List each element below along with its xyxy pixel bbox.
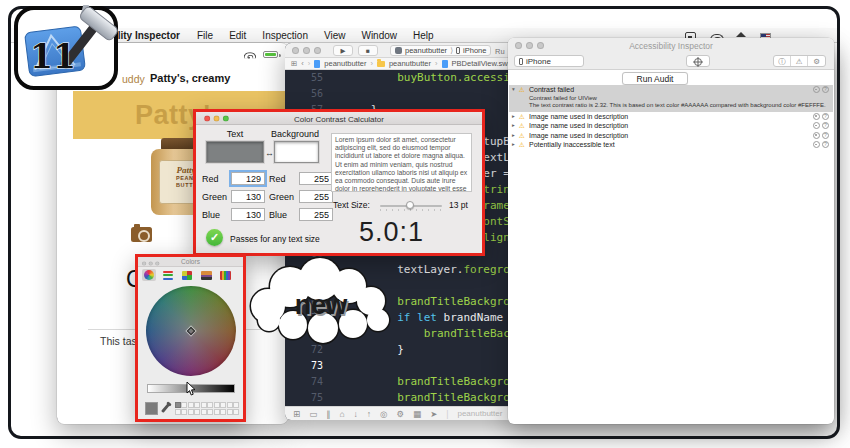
audit-row[interactable]: ▸⚠Image name used in description? xyxy=(509,131,833,141)
swatch-cell[interactable] xyxy=(214,409,220,415)
spectrum-mode-icon[interactable] xyxy=(199,269,213,281)
xcode-traffic-lights[interactable] xyxy=(292,47,321,54)
menu-item-view[interactable]: View xyxy=(324,28,346,43)
audit-row[interactable]: ▸⚠Image name used in description? xyxy=(509,112,833,122)
bg-blue-input[interactable] xyxy=(299,208,333,221)
run-audit-button[interactable]: Run Audit xyxy=(622,72,688,85)
swatch-cell[interactable] xyxy=(194,409,200,415)
swatch-cell[interactable] xyxy=(233,402,239,408)
swatch-cell[interactable] xyxy=(188,409,194,415)
help-icon[interactable]: ? xyxy=(822,141,829,148)
disclosure-icon[interactable]: ▸ xyxy=(512,121,515,131)
forward-chevron-icon[interactable]: › xyxy=(308,59,311,68)
eyedropper-icon[interactable] xyxy=(161,403,169,412)
text-color-swatch[interactable] xyxy=(206,141,264,163)
target-device-selector[interactable]: iPhone xyxy=(514,55,584,67)
help-icon[interactable]: ? xyxy=(822,113,829,120)
debug-bar-icons: ⊞▭∥⌂↓↑◎⚙▦➤ xyxy=(293,409,437,419)
swatch-cell[interactable] xyxy=(233,409,239,415)
breadcrumb-group[interactable]: peanutbutter xyxy=(389,59,431,68)
disclosure-icon[interactable]: ▸ xyxy=(512,112,515,122)
scheme-selector[interactable]: peanutbutter ⟩ iPhone xyxy=(390,45,491,56)
element-inspection-button[interactable] xyxy=(686,55,710,67)
swatch-cell[interactable] xyxy=(220,402,226,408)
slider-thumb[interactable] xyxy=(406,201,414,209)
eye-icon[interactable] xyxy=(813,86,820,93)
sim-battery-icon xyxy=(263,51,278,58)
inspector-mode-segmented-control[interactable]: ⓘ ⚠ ⚙ xyxy=(773,55,826,67)
debug-icon[interactable]: ↓ xyxy=(354,409,358,419)
saved-swatches-grid[interactable] xyxy=(175,402,239,415)
eye-icon[interactable] xyxy=(813,132,820,139)
text-green-input[interactable] xyxy=(231,190,265,203)
bg-green-input[interactable] xyxy=(299,190,333,203)
bg-red-input[interactable] xyxy=(299,172,333,185)
menu-item-help[interactable]: Help xyxy=(413,28,434,43)
swatch-cell[interactable] xyxy=(214,402,220,408)
breadcrumb-file[interactable]: PBDetailView.swift xyxy=(452,59,514,68)
debug-icon[interactable]: ⌂ xyxy=(339,409,344,419)
swatch-cell[interactable] xyxy=(175,402,181,408)
background-color-swatch[interactable] xyxy=(274,141,319,163)
current-color-swatch[interactable] xyxy=(145,402,158,415)
audit-selected-block[interactable]: ▾⚠Contrast failed?Contrast failed for UI… xyxy=(509,85,833,112)
pencils-mode-icon[interactable] xyxy=(218,269,232,281)
swatch-cell[interactable] xyxy=(194,402,200,408)
color-wheel-mode-icon[interactable] xyxy=(142,269,156,281)
menu-item-inspection[interactable]: Inspection xyxy=(262,28,308,43)
text-blue-input[interactable] xyxy=(231,208,265,221)
phone-icon xyxy=(519,58,523,65)
back-chevron-icon[interactable]: ‹ xyxy=(301,59,304,68)
debug-icon[interactable]: ⊞ xyxy=(293,409,300,419)
eye-icon[interactable] xyxy=(813,141,820,148)
help-icon[interactable]: ? xyxy=(822,122,829,129)
swatch-cell[interactable] xyxy=(207,402,213,408)
stop-button[interactable]: ■ xyxy=(358,45,378,56)
run-button[interactable]: ▶ xyxy=(333,45,353,56)
audit-row[interactable]: ▾⚠Contrast failed? xyxy=(509,85,833,95)
disclosure-icon[interactable]: ▸ xyxy=(512,140,515,150)
camera-icon[interactable] xyxy=(131,227,152,242)
debug-icon[interactable]: ➤ xyxy=(430,409,437,419)
warning-icon: ⚠ xyxy=(519,85,525,95)
help-icon[interactable]: ? xyxy=(822,86,829,93)
sample-text-preview: Lorem ipsum dolor sit amet, consectetur … xyxy=(331,133,472,192)
debug-icon[interactable]: ◎ xyxy=(380,409,387,419)
audit-title: Image name used in description xyxy=(529,131,628,141)
menu-item-file[interactable]: File xyxy=(197,28,213,43)
debug-icon[interactable]: ∥ xyxy=(326,409,330,419)
swatch-cell[interactable] xyxy=(175,409,181,415)
swatch-cell[interactable] xyxy=(227,409,233,415)
audit-row[interactable]: ▸⚠Potentially inaccessible text? xyxy=(509,140,833,150)
menu-item-edit[interactable]: Edit xyxy=(229,28,246,43)
menu-item-window[interactable]: Window xyxy=(361,28,397,43)
debug-icon[interactable]: ▦ xyxy=(413,409,421,419)
warning-icon[interactable]: ⚠ xyxy=(791,56,808,66)
swatch-cell[interactable] xyxy=(220,409,226,415)
text-red-input[interactable] xyxy=(231,172,265,185)
sliders-mode-icon[interactable] xyxy=(161,269,175,281)
disclosure-icon[interactable]: ▸ xyxy=(512,131,515,141)
related-items-icon[interactable]: ⊞ xyxy=(291,59,297,68)
info-icon[interactable]: ⓘ xyxy=(774,56,791,66)
swatch-cell[interactable] xyxy=(181,402,187,408)
swatch-cell[interactable] xyxy=(207,409,213,415)
eye-icon[interactable] xyxy=(813,122,820,129)
debug-icon[interactable]: ⚙ xyxy=(396,409,404,419)
disclosure-icon[interactable]: ▾ xyxy=(512,85,515,95)
debug-icon[interactable]: ▭ xyxy=(309,409,317,419)
back-button[interactable]: uddy xyxy=(122,73,145,85)
help-icon[interactable]: ? xyxy=(822,132,829,139)
breadcrumb-project[interactable]: peanutbutter xyxy=(324,59,366,68)
swatch-cell[interactable] xyxy=(201,402,207,408)
eye-icon[interactable] xyxy=(813,113,820,120)
swatch-cell[interactable] xyxy=(227,402,233,408)
debug-icon[interactable]: ↑ xyxy=(367,409,371,419)
settings-icon[interactable]: ⚙ xyxy=(808,56,825,66)
swatch-cell[interactable] xyxy=(201,409,207,415)
swatch-cell[interactable] xyxy=(181,409,187,415)
audit-row[interactable]: ▸⚠Image name used in description? xyxy=(509,121,833,131)
palettes-mode-icon[interactable] xyxy=(180,269,194,281)
swatch-cell[interactable] xyxy=(188,402,194,408)
inspector-title-bar: Accessibility Inspector xyxy=(508,38,834,52)
